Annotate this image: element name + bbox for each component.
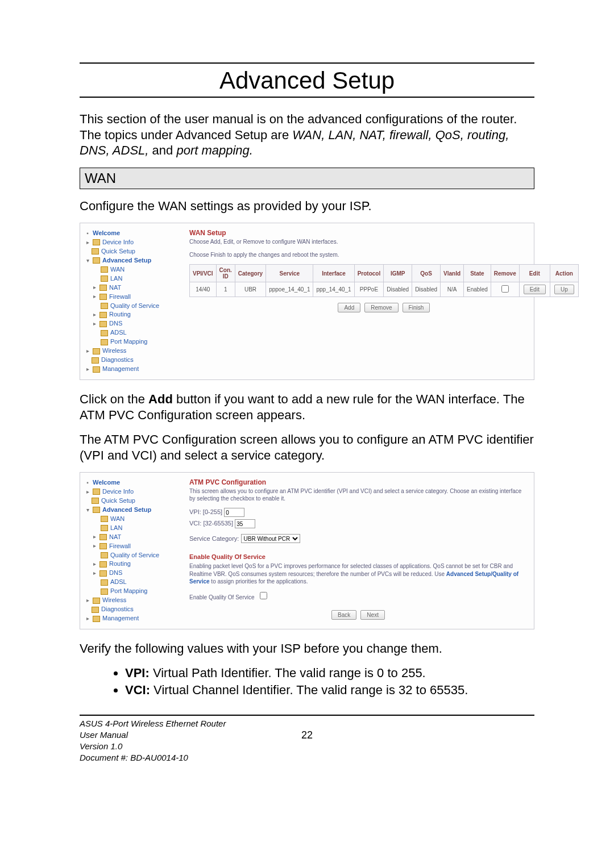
- add-button[interactable]: Add: [338, 303, 360, 312]
- nav-firewall[interactable]: Firewall: [109, 293, 131, 302]
- nav-lan[interactable]: LAN: [110, 274, 122, 283]
- nav-qos[interactable]: Quality of Service: [110, 302, 159, 311]
- expand-icon[interactable]: ▸: [85, 347, 90, 356]
- folder-icon: [92, 498, 99, 504]
- expand-icon[interactable]: ▸: [85, 596, 90, 605]
- nav-device-info[interactable]: Device Info: [102, 487, 134, 496]
- nav-wan[interactable]: WAN: [110, 515, 125, 524]
- nav-management[interactable]: Management: [102, 365, 139, 374]
- th-service: Service: [266, 265, 313, 282]
- vci-label: VCI: [32-65535]: [189, 520, 233, 527]
- up-button[interactable]: Up: [554, 285, 574, 294]
- cell-vlanid: N/A: [441, 282, 464, 297]
- nav-adsl[interactable]: ADSL: [110, 578, 127, 587]
- page-number: 22: [80, 728, 534, 742]
- nav-quick-setup[interactable]: Quick Setup: [101, 496, 135, 506]
- expand-icon[interactable]: ▸: [92, 320, 97, 328]
- folder-icon: [92, 607, 99, 613]
- expand-icon[interactable]: ▸: [92, 311, 97, 319]
- expand-icon[interactable]: ▸: [85, 488, 90, 496]
- wan-table: VPI/VCI Con. ID Category Service Interfa…: [189, 264, 579, 297]
- folder-icon: [92, 248, 99, 254]
- expand-icon[interactable]: ▸: [92, 569, 97, 578]
- cell-remove: [491, 282, 519, 297]
- tree-root-icon: ▪: [85, 229, 90, 238]
- nav-wireless[interactable]: Wireless: [102, 596, 126, 605]
- nav-welcome[interactable]: Welcome: [93, 478, 120, 487]
- nav-wan[interactable]: WAN: [110, 265, 125, 274]
- folder-icon: [99, 534, 107, 540]
- cell-conid: 1: [216, 282, 235, 297]
- nav-routing[interactable]: Routing: [109, 310, 131, 319]
- nav-diagnostics[interactable]: Diagnostics: [101, 605, 134, 614]
- nav-routing[interactable]: Routing: [109, 560, 131, 569]
- nav-port-mapping[interactable]: Port Mapping: [110, 337, 147, 347]
- expand-icon[interactable]: ▸: [85, 365, 90, 374]
- expand-icon[interactable]: ▸: [92, 533, 97, 541]
- nav-welcome[interactable]: Welcome: [93, 229, 120, 238]
- folder-icon: [101, 589, 108, 595]
- wan-intro: Configure the WAN settings as provided b…: [80, 198, 534, 214]
- service-category-label: Service Category:: [189, 535, 239, 542]
- cell-interface: ppp_14_40_1: [313, 282, 354, 297]
- vpi-label: VPI: [0-255]: [189, 508, 222, 515]
- expand-icon[interactable]: ▸: [85, 615, 90, 623]
- nav-management[interactable]: Management: [102, 614, 139, 623]
- nav-dns[interactable]: DNS: [109, 319, 122, 328]
- nav-port-mapping[interactable]: Port Mapping: [110, 587, 147, 596]
- nav-nat[interactable]: NAT: [109, 283, 121, 293]
- folder-icon: [93, 348, 100, 354]
- vpi-input[interactable]: [224, 508, 244, 517]
- remove-button[interactable]: Remove: [364, 303, 398, 312]
- panel-sub: This screen allows you to configure an A…: [189, 487, 527, 502]
- nav-adsl[interactable]: ADSL: [110, 328, 127, 337]
- expand-icon[interactable]: ▸: [92, 283, 97, 292]
- cell-protocol: PPPoE: [354, 282, 384, 297]
- th-interface: Interface: [313, 265, 354, 282]
- vci-input[interactable]: [235, 519, 255, 528]
- expand-icon[interactable]: ▸: [92, 293, 97, 301]
- remove-checkbox[interactable]: [501, 285, 509, 293]
- nav-lan[interactable]: LAN: [110, 524, 122, 533]
- expand-icon[interactable]: ▸: [92, 560, 97, 569]
- back-button[interactable]: Back: [331, 610, 356, 620]
- table-row: 14/40 1 UBR pppoe_14_40_1 ppp_14_40_1 PP…: [190, 282, 579, 297]
- th-state: State: [464, 265, 491, 282]
- folder-icon: [93, 239, 100, 245]
- collapse-icon[interactable]: ▾: [85, 257, 90, 265]
- nav-diagnostics[interactable]: Diagnostics: [101, 356, 134, 365]
- nav-advanced-setup[interactable]: Advanced Setup: [102, 506, 151, 515]
- folder-icon: [99, 321, 107, 327]
- bullet-list: VPI: Virtual Path Identifier. The valid …: [80, 666, 534, 698]
- nav-device-info[interactable]: Device Info: [102, 238, 134, 247]
- nav-advanced-setup[interactable]: Advanced Setup: [102, 256, 151, 265]
- nav-dns[interactable]: DNS: [109, 569, 122, 578]
- nav-tree: ▪Welcome ▸Device Info Quick Setup ▾Advan…: [80, 473, 185, 629]
- vpi-bold: VPI:: [125, 666, 150, 680]
- screenshot-atm-pvc: ▪Welcome ▸Device Info Quick Setup ▾Advan…: [80, 472, 534, 629]
- next-button[interactable]: Next: [360, 610, 385, 620]
- folder-icon: [93, 257, 100, 264]
- th-edit: Edit: [519, 265, 550, 282]
- finish-button[interactable]: Finish: [403, 303, 430, 312]
- folder-icon: [99, 285, 107, 291]
- nav-quick-setup[interactable]: Quick Setup: [101, 247, 135, 256]
- qos-checkbox[interactable]: [260, 592, 267, 599]
- nav-firewall[interactable]: Firewall: [109, 542, 131, 551]
- cell-state: Enabled: [464, 282, 491, 297]
- edit-button[interactable]: Edit: [524, 285, 546, 294]
- folder-icon: [93, 507, 100, 513]
- nav-tree: ▪Welcome ▸Device Info Quick Setup ▾Advan…: [80, 223, 185, 379]
- nav-wireless[interactable]: Wireless: [102, 347, 126, 356]
- folder-icon: [99, 543, 107, 549]
- list-item: VCI: Virtual Channel Identifier. The val…: [125, 683, 534, 698]
- th-remove: Remove: [491, 265, 519, 282]
- nav-nat[interactable]: NAT: [109, 533, 121, 542]
- expand-icon[interactable]: ▸: [85, 239, 90, 247]
- service-category-select[interactable]: UBR Without PCR: [241, 534, 300, 543]
- collapse-icon[interactable]: ▾: [85, 506, 90, 515]
- expand-icon[interactable]: ▸: [92, 542, 97, 550]
- nav-qos[interactable]: Quality of Service: [110, 551, 159, 560]
- th-vlanid: VlanId: [441, 265, 464, 282]
- cell-edit: Edit: [519, 282, 550, 297]
